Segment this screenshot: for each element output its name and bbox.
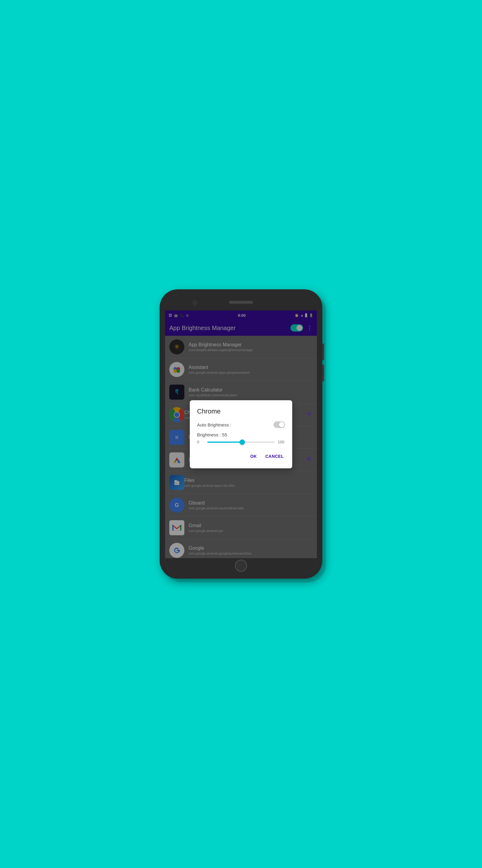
brightness-slider-container: 0 100 (197, 440, 285, 444)
phone-screen: 🖼 🤖 📞 ◎ 9:00 ⏰ ▲ ▊ 🔋 App Brightness Mana… (165, 295, 317, 573)
slider-max-label: 100 (278, 440, 285, 444)
dialog-title: Chrome (197, 407, 285, 415)
volume-down-button (322, 365, 324, 381)
volume-up-button (322, 344, 324, 360)
dialog-overlay: Chrome Auto Brightness : Brightness : 55… (165, 310, 317, 558)
home-button[interactable] (235, 560, 247, 572)
auto-brightness-row: Auto Brightness : (197, 421, 285, 428)
bottom-bezel (165, 558, 317, 573)
slider-thumb[interactable] (239, 439, 245, 445)
speaker (229, 301, 253, 304)
brightness-value-label: Brightness : 55 (197, 432, 285, 437)
auto-brightness-toggle[interactable] (274, 421, 285, 428)
phone-frame: 🖼 🤖 📞 ◎ 9:00 ⏰ ▲ ▊ 🔋 App Brightness Mana… (160, 289, 322, 579)
slider-fill (207, 441, 242, 443)
top-bezel (165, 295, 317, 310)
screen-content: 🖼 🤖 📞 ◎ 9:00 ⏰ ▲ ▊ 🔋 App Brightness Mana… (165, 310, 317, 558)
front-camera (192, 300, 198, 305)
brightness-slider-track[interactable] (207, 441, 275, 443)
slider-min-label: 0 (197, 440, 204, 444)
brightness-dialog: Chrome Auto Brightness : Brightness : 55… (190, 400, 292, 468)
ok-button[interactable]: OK (249, 452, 258, 461)
cancel-button[interactable]: CANCEL (264, 452, 285, 461)
auto-brightness-label: Auto Brightness : (197, 422, 274, 427)
dialog-actions: OK CANCEL (197, 452, 285, 461)
